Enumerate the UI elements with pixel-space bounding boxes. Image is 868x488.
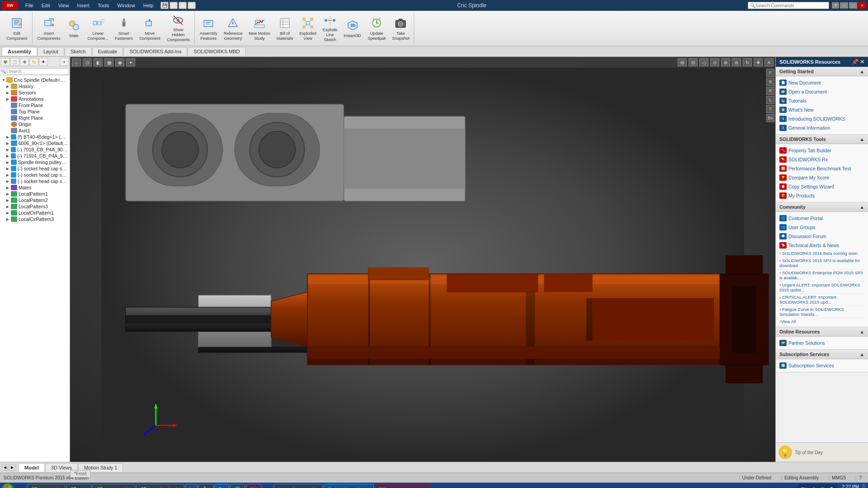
getting-started-header[interactable]: Getting Started ▲: [776, 67, 868, 76]
subscription-services-header[interactable]: Subscription Services ▲: [776, 350, 868, 359]
zoom-fit-btn[interactable]: ⊜: [732, 58, 741, 66]
taskbar-skype[interactable]: S Skype™ - andreas...: [324, 484, 374, 488]
edit-appearance-btn[interactable]: ✦: [126, 58, 135, 66]
tutorials-link[interactable]: 📚 Tutorials: [778, 96, 866, 105]
show-desktop-btn[interactable]: [863, 484, 866, 488]
normal-to-btn[interactable]: ⊙: [710, 58, 719, 66]
tab-mbd[interactable]: SOLIDWORKS MBD: [188, 47, 245, 56]
tree-item-spindle-pulley[interactable]: ▶ Spindle timing pulley<1> (: [1, 159, 69, 165]
config-manager-btn[interactable]: ⚙: [20, 58, 29, 66]
linear-component-button[interactable]: LinearCompone...: [85, 13, 112, 44]
sw-logo[interactable]: SW: [2, 1, 18, 10]
pan-btn[interactable]: ✥: [754, 58, 763, 66]
zoom-area-btn[interactable]: ⊕: [721, 58, 730, 66]
my-products-link[interactable]: 📦 My Products: [778, 191, 866, 200]
quick-save-icon[interactable]: 💾: [160, 2, 169, 9]
tab-sketch[interactable]: Sketch: [65, 47, 92, 56]
feature-manager-btn[interactable]: 🌳: [1, 58, 10, 66]
search-input[interactable]: [755, 3, 827, 8]
help-icon[interactable]: ?: [832, 2, 839, 9]
taskbar-90mm-bearing2[interactable]: 📁 90mm bearing (2): [136, 484, 184, 488]
view-settings-btn[interactable]: ◧: [94, 58, 103, 66]
tree-item-mates[interactable]: ▶ Mates: [1, 184, 69, 191]
move-component-button[interactable]: MoveComponent: [137, 13, 163, 44]
right-view-btn[interactable]: R: [766, 87, 774, 95]
sw-tools-header[interactable]: SOLIDWORKS Tools ▲: [776, 135, 868, 144]
panel-pin-btn[interactable]: 📌: [852, 59, 859, 65]
taskbar-ie[interactable]: e: [14, 484, 26, 488]
tree-item-annotations[interactable]: ▶ Annotations: [1, 96, 69, 102]
open-document-link[interactable]: 📂 Open a Document: [778, 87, 866, 96]
tree-item-right-plane[interactable]: Right Plane: [1, 115, 69, 121]
whats-new-link[interactable]: ⭐ What's New: [778, 105, 866, 114]
menu-insert[interactable]: Insert: [73, 2, 93, 9]
tree-item-6006[interactable]: ▶ 6006_90<1> (Default<<: [1, 140, 69, 146]
news-item-6[interactable]: ›Fatigue Curve in SOLIDWORKS Simulation …: [778, 306, 866, 318]
close-viewport-btn[interactable]: ✕: [764, 58, 774, 66]
tree-item-lp3[interactable]: ▶ LocalPattern3: [1, 203, 69, 210]
rotate-btn[interactable]: ↻: [743, 58, 752, 66]
exploded-view-button[interactable]: ExplodedView: [297, 13, 319, 44]
tree-item-bt40[interactable]: ▶ (f) BT40-45deg<1> (Default: [1, 134, 69, 140]
tree-item-front-plane[interactable]: Front Plane: [1, 102, 69, 108]
news-item-3[interactable]: ›SOLIDWORKS Enterprise PDM 2015 SP3 is a…: [778, 269, 866, 282]
taskbar-chrome[interactable]: 🌐: [230, 484, 245, 488]
tree-item-socket1[interactable]: ▶ (-) socket head cap screw 4: [1, 165, 69, 172]
split-view-btn[interactable]: ⊟: [689, 58, 698, 66]
smart-fasteners-button[interactable]: SmartFasteners: [112, 13, 136, 44]
taskbar-media[interactable]: ▶: [185, 484, 198, 488]
property-manager-btn[interactable]: 📋: [10, 58, 19, 66]
tree-root[interactable]: ▼ Cnc Spindle (Default<Display S: [1, 77, 69, 83]
taskbar-90mm-bearing[interactable]: 📁 90mm Bearing: [92, 484, 135, 488]
menu-edit[interactable]: Edit: [38, 2, 54, 9]
quick-settings-icon[interactable]: ⚙: [188, 2, 196, 9]
left-view-btn[interactable]: L: [766, 96, 774, 104]
start-button[interactable]: [2, 483, 14, 488]
tree-item-socket3[interactable]: ▶ (-) socket head cap screw 4: [1, 178, 69, 184]
news-item-5[interactable]: ›CRITICAL ALERT: Important SOLIDWORKS 20…: [778, 294, 866, 306]
new-motion-study-button[interactable]: New MotionStudy: [246, 13, 273, 44]
performance-benchmark-link[interactable]: 📊 Performance Benchmark Test: [778, 164, 866, 173]
bottom-view-btn[interactable]: Bo: [766, 114, 774, 122]
news-item-4[interactable]: ›Urgent ALERT: Important SOLIDWORKS 2015…: [778, 282, 866, 294]
introducing-sw-link[interactable]: ℹ Introducing SOLIDWORKS: [778, 114, 866, 123]
taskbar-clock[interactable]: 2:22 PM 1/6/2015: [839, 484, 862, 488]
dim-expert-btn[interactable]: 📏: [29, 58, 38, 66]
news-item-1[interactable]: ›SOLIDWORKS 2016 Beta coming soon.: [778, 250, 866, 257]
view-all-link[interactable]: › View All: [778, 318, 866, 325]
viewport[interactable]: ⌂ ⊡ ◧ ▦ ◉ ✦ ⊞ ⊟ ◁ ⊙ ⊕ ⊜ ↻ ✥ ✕: [70, 57, 775, 462]
quick-undo-icon[interactable]: ↩: [170, 2, 178, 9]
tree-item-top-plane[interactable]: Top Plane: [1, 108, 69, 115]
show-hidden-button[interactable]: ShowHiddenComponents: [164, 13, 193, 44]
sw-rx-link[interactable]: 💊 SOLIDWORKS Rx: [778, 155, 866, 164]
customer-portal-link[interactable]: 🌐 Customer Portal: [778, 214, 866, 223]
online-resources-header[interactable]: Online Resources ▲: [776, 327, 868, 337]
taskbar-6006[interactable]: 📁 6006: [66, 484, 91, 488]
minimize-button[interactable]: ─: [840, 2, 848, 9]
tree-item-origin[interactable]: Origin: [1, 121, 69, 127]
tray-battery-icon[interactable]: 🔋: [828, 486, 835, 488]
scroll-left-btn[interactable]: ◀: [2, 465, 8, 471]
assembly-features-button[interactable]: AssemblyFeatures: [197, 13, 220, 44]
taskbar-app2[interactable]: SW: [246, 484, 261, 488]
update-speedpak-button[interactable]: UpdateSpeedpak: [365, 13, 389, 44]
mate-button[interactable]: Mate: [64, 13, 84, 44]
tray-network-icon[interactable]: 🌐: [819, 486, 826, 488]
technical-alerts-link[interactable]: 📡 Technical Alerts & News: [778, 241, 866, 250]
subscription-link[interactable]: 🔄 Subscription Services: [778, 361, 866, 370]
instant3d-button[interactable]: 3D Instant3D: [341, 13, 364, 44]
taskbar-app1[interactable]: 🔧: [198, 484, 213, 488]
maximize-button[interactable]: □: [849, 2, 857, 9]
tab-layout[interactable]: Layout: [38, 47, 64, 56]
section-view-btn[interactable]: ⊡: [83, 58, 92, 66]
taskbar-angular[interactable]: ⚙ Angular contact b...: [274, 484, 323, 488]
tree-item-lcp1[interactable]: ▶ LocalCirPattern1: [1, 210, 69, 216]
front-view-btn[interactable]: F: [766, 69, 774, 77]
tab-model[interactable]: Model: [19, 463, 45, 472]
top-view-btn[interactable]: T: [766, 105, 774, 113]
taskbar-206-bearing[interactable]: 📁 206 Bearing: [27, 484, 66, 488]
status-help-btn[interactable]: ?: [856, 475, 864, 480]
tree-item-socket2[interactable]: ▶ (-) socket head cap screw 4: [1, 172, 69, 178]
tree-item-lcp3[interactable]: ▶ LocalCirPattern3: [1, 216, 69, 222]
menu-view[interactable]: View: [55, 2, 73, 9]
